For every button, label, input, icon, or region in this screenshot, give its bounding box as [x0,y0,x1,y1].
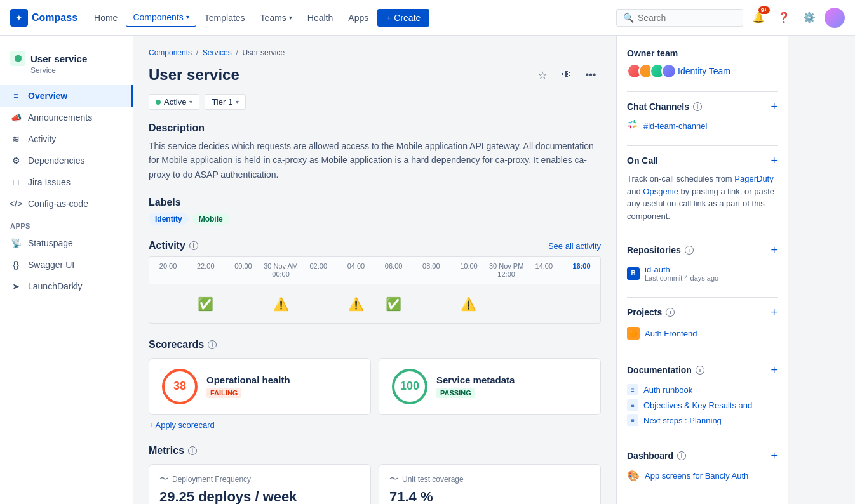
doc-icon-1: ≡ [627,384,638,395]
add-channel-button[interactable]: + [771,101,778,112]
nav-templates[interactable]: Templates [198,9,252,27]
sidebar-item-statuspage[interactable]: 📡 Statuspage [0,232,133,254]
event-cell-11 [525,293,563,315]
event-cell-2[interactable]: ✅ [187,293,224,315]
chat-channels-info-icon[interactable]: i [693,102,702,111]
logo[interactable]: Compass [10,9,77,27]
repo-meta: Last commit 4 days ago [645,274,718,282]
metrics-header: Metrics i [149,445,601,456]
scorecard-sm-status: PASSING [436,388,475,398]
metrics-info-icon[interactable]: i [188,446,197,455]
project-name[interactable]: Auth Frontend [645,329,697,338]
time-1600: 16:00 [563,262,600,279]
apply-scorecard-button[interactable]: + Apply scorecard [149,420,215,430]
create-button[interactable]: + Create [377,9,429,27]
divider-6 [627,441,778,441]
more-options-button[interactable]: ••• [581,65,601,85]
star-button[interactable]: ☆ [532,65,553,85]
projects-info-icon[interactable]: i [666,308,675,317]
search-input[interactable] [638,13,736,23]
sidebar-item-jira-issues[interactable]: □ Jira Issues [0,171,133,193]
description-title: Description [149,123,601,134]
notification-badge: 9+ [758,6,770,14]
dashboard-name[interactable]: App screens for Bancly Auth [645,471,748,481]
event-cell-6[interactable]: ⚠️ [337,293,375,315]
breadcrumb-services[interactable]: Services [203,48,232,57]
repo-info: id-auth Last commit 4 days ago [645,265,718,282]
active-status-badge[interactable]: Active ▾ [149,94,199,110]
repo-name[interactable]: id-auth [645,265,718,274]
doc-item-3: ≡ Next steps : Planning [627,413,778,428]
nav-health[interactable]: Health [301,9,339,27]
doc-name-1[interactable]: Auth runbook [643,385,692,395]
sidebar-item-swagger-ui[interactable]: {} Swagger UI [0,254,133,275]
nav-components[interactable]: Components ▾ [126,8,195,27]
sidebar-item-dependencies[interactable]: ⚙ Dependencies [0,150,133,171]
add-on-call-button[interactable]: + [771,155,778,166]
pagerduty-link[interactable]: PagerDuty [734,174,773,183]
dependencies-icon: ⚙ [10,155,22,166]
notifications-button[interactable]: 🔔 9+ [748,8,769,28]
watch-button[interactable]: 👁 [556,65,577,85]
scorecard-service-metadata: 100 Service metadata PASSING [379,358,601,415]
scorecards-section: Scorecards i 38 Operational health FAILI… [149,339,601,430]
scorecard-sm-name: Service metadata [436,375,515,385]
nav-home[interactable]: Home [88,9,124,27]
activity-info-icon[interactable]: i [189,241,198,250]
sidebar-item-launchdarkly[interactable]: ➤ LaunchDarkly [0,275,133,297]
time-1000: 10:00 [450,262,487,279]
nav-teams[interactable]: Teams ▾ [254,9,299,27]
label-mobile[interactable]: Mobile [192,213,229,225]
score-circle-fail: 38 [162,369,198,404]
see-all-activity-button[interactable]: See all activity [548,241,601,251]
scorecards-grid: 38 Operational health FAILING 100 Servic… [149,358,601,415]
tier-badge[interactable]: Tier 1 ▾ [205,94,246,110]
add-project-button[interactable]: + [771,307,778,318]
add-doc-button[interactable]: + [771,364,778,376]
time-0600: 06:00 [375,262,412,279]
event-cell-7[interactable]: ✅ [375,293,412,315]
sidebar-item-announcements[interactable]: 📣 Announcements [0,107,133,128]
documentation-info-icon[interactable]: i [696,366,704,375]
time-30nov: 30 Nov AM00:00 [262,262,300,279]
doc-name-2[interactable]: Objectives & Key Results and [643,401,752,410]
nav-apps[interactable]: Apps [342,9,375,27]
dashboard-info-icon[interactable]: i [677,451,686,460]
channel-name[interactable]: #id-team-channel [643,121,707,131]
labels-title: Labels [149,197,601,208]
event-cell-9[interactable]: ⚠️ [450,293,487,315]
status-row: Active ▾ Tier 1 ▾ [149,94,601,110]
breadcrumb-components[interactable]: Components [149,48,192,57]
overview-icon: ≡ [10,90,22,102]
chat-channels-section: Chat Channels i + [627,101,778,133]
divider-2 [627,145,778,146]
settings-button[interactable]: ⚙️ [799,8,819,28]
compass-logo-icon [10,9,28,27]
divider-4 [627,297,778,298]
search-box[interactable]: 🔍 [616,9,743,27]
add-repo-button[interactable]: + [771,244,778,256]
topnav-right: 🔍 🔔 9+ ❓ ⚙️ [616,8,845,28]
chat-channels-header: Chat Channels i + [627,101,778,112]
opsgenie-link[interactable]: Opsgenie [643,187,678,196]
repositories-info-icon[interactable]: i [685,246,694,255]
apps-section-label: APPS [0,215,133,232]
event-cell-4[interactable]: ⚠️ [262,293,300,315]
page-title: User service [149,66,239,84]
doc-item-2: ≡ Objectives & Key Results and [627,397,778,413]
scorecards-info-icon[interactable]: i [208,340,217,349]
event-red-2: ⚠️ [348,296,364,312]
activity-header: Activity i See all activity [149,240,601,251]
label-identity[interactable]: Identity [149,213,189,225]
team-name[interactable]: Identity Team [678,66,730,76]
sidebar-item-config-as-code[interactable]: </> Config-as-code [0,193,133,215]
scorecards-title: Scorecards [149,339,204,350]
sidebar-item-activity[interactable]: ≋ Activity [0,128,133,150]
help-button[interactable]: ❓ [774,8,794,28]
add-dashboard-button[interactable]: + [771,450,778,461]
sidebar-item-overview[interactable]: ≡ Overview [0,85,133,107]
doc-name-3[interactable]: Next steps : Planning [643,416,722,425]
user-avatar[interactable] [825,8,845,28]
scorecard-info-pass: Service metadata PASSING [436,375,515,398]
page-title-row: User service ☆ 👁 ••• [149,65,601,85]
